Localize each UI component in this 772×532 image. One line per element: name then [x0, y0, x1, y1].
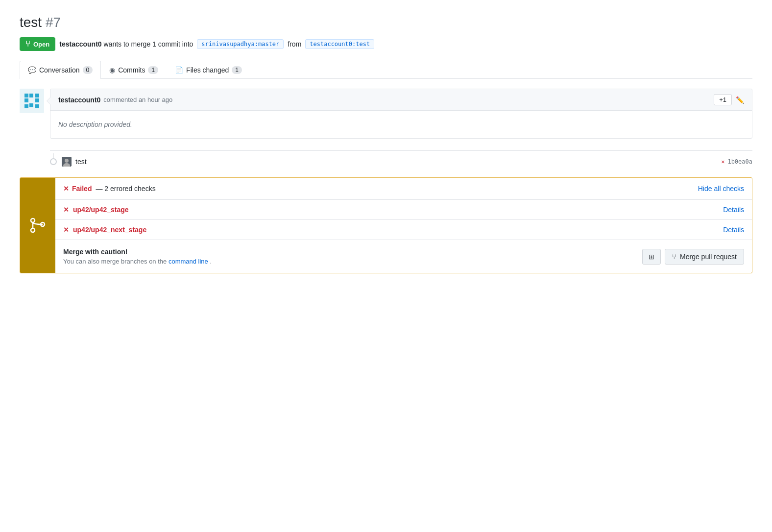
- check-fail-icon-1: ✕: [63, 206, 69, 214]
- tab-conversation-count: 0: [83, 66, 93, 74]
- status-failed-label: Failed: [72, 185, 92, 193]
- pr-number: #7: [46, 15, 61, 30]
- svg-rect-7: [24, 104, 28, 108]
- check-name-2: ✕ up42/up42_next_stage: [63, 226, 146, 234]
- merge-buttons: ⊞ ⑂ Merge pull request: [642, 249, 744, 265]
- status-header: ✕ Failed — 2 errored checks Hide all che…: [55, 178, 752, 200]
- commit-author-avatar: [62, 157, 72, 167]
- merge-warning-sub: You can also merge branches on the comma…: [63, 258, 212, 265]
- merge-warning-title: Merge with caution!: [63, 248, 212, 256]
- pr-title: test #7: [20, 15, 752, 30]
- pr-title-text: test: [20, 15, 42, 30]
- tab-conversation-label: Conversation: [39, 66, 80, 74]
- tab-files-changed-label: Files changed: [186, 66, 229, 74]
- comment-block: testaccount0 commented an hour ago +1 ✏️…: [20, 89, 752, 139]
- merge-pull-request-button[interactable]: ⑂ Merge pull request: [665, 249, 744, 265]
- tabs-bar: 💬 Conversation 0 ◉ Commits 1 📄 Files cha…: [20, 61, 752, 79]
- avatar-box: [20, 89, 44, 113]
- open-badge-label: Open: [33, 41, 49, 48]
- edit-icon[interactable]: ✏️: [736, 96, 744, 104]
- commits-icon: ◉: [109, 66, 115, 74]
- commit-hash: ✕ 1b0ea0a: [721, 158, 752, 165]
- source-branch-badge[interactable]: testaccount0:test: [305, 39, 374, 49]
- avatar: [20, 89, 44, 113]
- svg-rect-0: [20, 89, 44, 113]
- check-details-link-1[interactable]: Details: [723, 206, 744, 214]
- comment-header: testaccount0 commented an hour ago +1 ✏️: [50, 89, 752, 111]
- status-content: ✕ Failed — 2 errored checks Hide all che…: [55, 178, 752, 273]
- tab-files-changed[interactable]: 📄 Files changed 1: [167, 61, 250, 79]
- merge-icon: ⑂: [25, 40, 30, 48]
- svg-rect-5: [35, 98, 39, 102]
- comment-bubble: testaccount0 commented an hour ago +1 ✏️…: [50, 89, 752, 139]
- command-line-link[interactable]: command line: [169, 258, 208, 265]
- svg-point-12: [31, 218, 35, 222]
- commit-fail-icon: ✕: [721, 158, 724, 165]
- conversation-icon: 💬: [28, 66, 36, 74]
- svg-rect-6: [29, 103, 33, 107]
- svg-point-10: [65, 159, 69, 163]
- svg-rect-1: [24, 94, 28, 97]
- commit-row: test ✕ 1b0ea0a: [50, 150, 752, 172]
- terminal-button[interactable]: ⊞: [642, 249, 661, 265]
- comment-body-text: No description provided.: [58, 121, 132, 128]
- check-label-1: up42/up42_stage: [73, 206, 129, 214]
- tab-commits-count: 1: [148, 66, 158, 74]
- svg-point-13: [31, 228, 35, 232]
- status-icon-box: [20, 178, 55, 273]
- hide-checks-link[interactable]: Hide all checks: [698, 185, 744, 193]
- svg-rect-4: [24, 98, 28, 102]
- tab-commits-label: Commits: [118, 66, 145, 74]
- comment-time: commented an hour ago: [103, 96, 172, 103]
- check-name-1: ✕ up42/up42_stage: [63, 206, 129, 214]
- merge-button-icon: ⑂: [672, 253, 676, 261]
- check-row-1: ✕ up42/up42_stage Details: [55, 200, 752, 220]
- commit-message: test: [75, 158, 721, 166]
- commenter-name: testaccount0: [58, 96, 100, 104]
- merge-section: Merge with caution! You can also merge b…: [55, 240, 752, 273]
- plus-one-button[interactable]: +1: [714, 94, 732, 105]
- pr-author: testaccount0 wants to merge 1 commit int…: [59, 40, 193, 48]
- svg-rect-3: [35, 94, 39, 97]
- pr-status-line: ⑂ Open testaccount0 wants to merge 1 com…: [20, 37, 752, 51]
- commit-hash-text: 1b0ea0a: [727, 158, 752, 165]
- svg-rect-2: [29, 94, 33, 97]
- tab-files-changed-count: 1: [232, 66, 242, 74]
- from-text: from: [288, 40, 301, 48]
- merge-button-label: Merge pull request: [680, 253, 737, 261]
- files-changed-icon: 📄: [175, 66, 183, 74]
- comment-body: No description provided.: [50, 111, 752, 138]
- check-label-2: up42/up42_next_stage: [73, 226, 146, 234]
- terminal-icon: ⊞: [649, 253, 654, 261]
- check-row-2: ✕ up42/up42_next_stage Details: [55, 220, 752, 240]
- tab-conversation[interactable]: 💬 Conversation 0: [20, 61, 101, 79]
- merge-warning-text: Merge with caution! You can also merge b…: [63, 248, 212, 265]
- status-failed: ✕ Failed: [63, 185, 92, 193]
- svg-rect-8: [35, 104, 39, 108]
- status-description: — 2 errored checks: [96, 185, 155, 193]
- commit-dot: [50, 158, 57, 165]
- status-fail-icon: ✕: [63, 185, 69, 193]
- tab-commits[interactable]: ◉ Commits 1: [101, 61, 167, 79]
- target-branch-badge[interactable]: srinivasupadhya:master: [197, 39, 284, 49]
- status-section: ✕ Failed — 2 errored checks Hide all che…: [20, 177, 752, 273]
- check-details-link-2[interactable]: Details: [723, 226, 744, 234]
- open-badge: ⑂ Open: [20, 37, 55, 51]
- check-fail-icon-2: ✕: [63, 226, 69, 234]
